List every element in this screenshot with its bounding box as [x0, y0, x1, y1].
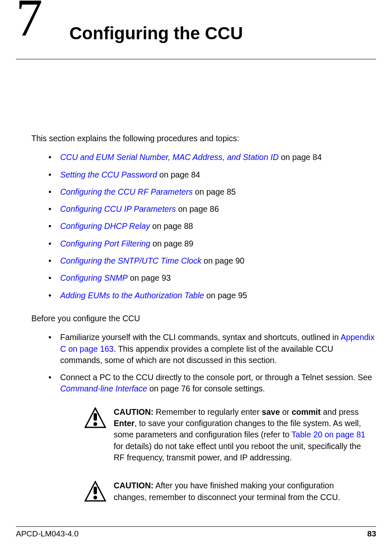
table-link[interactable]: Table 20 on page 81	[292, 430, 366, 439]
list-item: Configuring SNMP on page 93	[16, 272, 376, 284]
bold-text: Enter	[114, 419, 135, 428]
chapter-header: 7 Configuring the CCU	[16, 0, 376, 59]
text: for details) do not take effect until yo…	[114, 442, 361, 462]
caution-box-2: CAUTION: After you have finished making …	[84, 480, 369, 503]
page-ref: on page 85	[193, 187, 236, 196]
topic-link[interactable]: Configuring DHCP Relay	[60, 221, 150, 231]
text: Connect a PC to the CCU directly to the …	[60, 373, 372, 382]
topic-link[interactable]: Adding EUMs to the Authorization Table	[60, 291, 204, 300]
page-ref: on page 84	[279, 152, 322, 162]
chapter-number: 7	[16, 0, 43, 44]
topic-link[interactable]: CCU and EUM Serial Number, MAC Address, …	[60, 152, 279, 162]
topic-link[interactable]: Configuring the SNTP/UTC Time Clock	[60, 256, 201, 265]
svg-point-2	[94, 422, 97, 426]
caution-icon	[84, 480, 114, 503]
topic-list: CCU and EUM Serial Number, MAC Address, …	[16, 152, 376, 301]
cli-link[interactable]: Command-line Interface	[60, 384, 147, 393]
page-ref: on page 84	[157, 170, 200, 179]
text: or	[280, 407, 292, 416]
list-item: CCU and EUM Serial Number, MAC Address, …	[16, 152, 376, 163]
page: 7 Configuring the CCU This section expla…	[0, 0, 392, 546]
page-ref: on page 86	[176, 204, 219, 213]
chapter-title: Configuring the CCU	[69, 23, 243, 43]
list-item: Familiarize yourself with the CLI comman…	[16, 332, 376, 366]
page-footer: APCD-LM043-4.0 83	[16, 526, 376, 538]
topic-link[interactable]: Configuring SNMP	[60, 273, 127, 282]
list-item: Configuring Port Filtering on page 89	[16, 238, 376, 249]
footer-page-number: 83	[367, 529, 376, 538]
page-ref: on page 88	[150, 221, 193, 231]
topic-link[interactable]: Configuring the CCU RF Parameters	[60, 187, 193, 196]
list-item: Configuring DHCP Relay on page 88	[16, 221, 376, 232]
caution-text: CAUTION: Remember to regularly enter sav…	[114, 406, 369, 463]
page-ref: on page 93	[127, 273, 171, 282]
svg-rect-4	[94, 487, 97, 494]
page-ref: on page 89	[150, 239, 193, 248]
intro-paragraph: This section explains the following proc…	[31, 133, 376, 144]
content: This section explains the following proc…	[16, 59, 376, 503]
page-ref: on page 90	[201, 256, 244, 265]
caution-box-1: CAUTION: Remember to regularly enter sav…	[84, 406, 369, 463]
text: Familiarize yourself with the CLI comman…	[60, 333, 341, 342]
bold-text: save	[262, 407, 280, 416]
caution-label: CAUTION:	[114, 481, 153, 490]
text: Remember to regularly enter	[153, 407, 262, 416]
list-item: Adding EUMs to the Authorization Table o…	[16, 290, 376, 301]
text: on page 76 for console settings.	[147, 384, 265, 393]
footer-doc-id: APCD-LM043-4.0	[16, 529, 79, 538]
list-item: Setting the CCU Password on page 84	[16, 169, 376, 180]
text: and press	[321, 407, 359, 416]
bold-text: commit	[292, 407, 321, 416]
page-ref: on page 95	[204, 291, 247, 300]
caution-label: CAUTION:	[114, 407, 153, 416]
list-item: Configuring CCU IP Parameters on page 86	[16, 203, 376, 215]
list-item: Connect a PC to the CCU directly to the …	[16, 372, 376, 395]
topic-link[interactable]: Configuring CCU IP Parameters	[60, 204, 176, 213]
svg-point-5	[94, 496, 97, 500]
caution-text: CAUTION: After you have finished making …	[114, 480, 369, 503]
topic-link[interactable]: Configuring Port Filtering	[60, 239, 150, 248]
list-item: Configuring the SNTP/UTC Time Clock on p…	[16, 255, 376, 267]
before-heading: Before you configure the CCU	[31, 313, 376, 324]
caution-icon	[84, 406, 114, 463]
before-list: Familiarize yourself with the CLI comman…	[16, 332, 376, 394]
topic-link[interactable]: Setting the CCU Password	[60, 170, 157, 179]
svg-rect-1	[94, 413, 97, 421]
list-item: Configuring the CCU RF Parameters on pag…	[16, 186, 376, 198]
